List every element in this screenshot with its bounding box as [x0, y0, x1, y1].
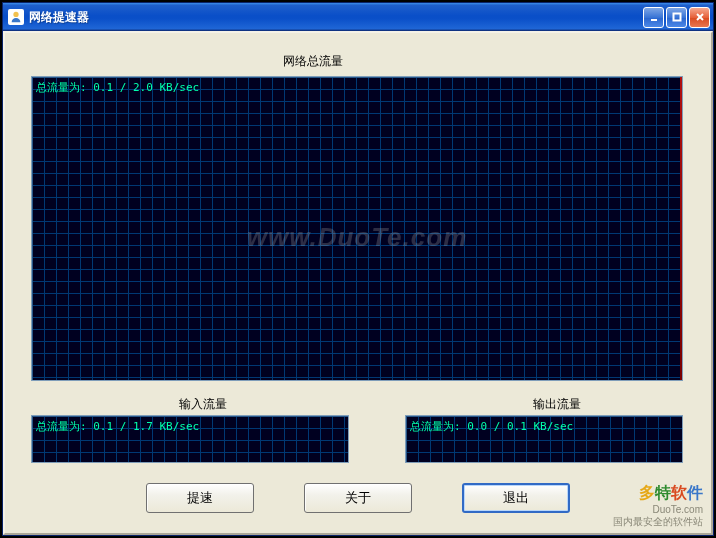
app-icon	[8, 9, 24, 25]
button-row: 提速 关于 退出	[5, 483, 711, 513]
client-area: 网络总流量 总流量为: 0.1 / 2.0 KB/sec www.DuoTe.c…	[3, 31, 713, 535]
maximize-button[interactable]	[666, 7, 687, 28]
titlebar[interactable]: 网络提速器	[3, 3, 713, 31]
readout-input: 总流量为: 0.1 / 1.7 KB/sec	[36, 419, 199, 434]
window-controls	[643, 7, 710, 28]
readout-total: 总流量为: 0.1 / 2.0 KB/sec	[36, 80, 199, 95]
label-input-traffic: 输入流量	[179, 396, 227, 413]
svg-point-0	[13, 12, 18, 17]
exit-button[interactable]: 退出	[462, 483, 570, 513]
brand-logo: 多特软件	[613, 483, 703, 504]
brand-tagline: 国内最安全的软件站	[613, 515, 703, 529]
graph-input-traffic: 总流量为: 0.1 / 1.7 KB/sec	[31, 415, 349, 463]
app-window: 网络提速器 网络总流量 总流量为: 0.1 / 2.0 KB/sec www.D…	[2, 2, 714, 536]
minimize-button[interactable]	[643, 7, 664, 28]
window-title: 网络提速器	[29, 9, 643, 26]
label-output-traffic: 输出流量	[533, 396, 581, 413]
about-button[interactable]: 关于	[304, 483, 412, 513]
graph-output-traffic: 总流量为: 0.0 / 0.1 KB/sec	[405, 415, 683, 463]
brand-watermark: 多特软件 DuoTe.com 国内最安全的软件站	[613, 483, 703, 529]
svg-rect-2	[673, 14, 680, 21]
watermark-text: www.DuoTe.com	[32, 222, 682, 253]
readout-output: 总流量为: 0.0 / 0.1 KB/sec	[410, 419, 573, 434]
speedup-button[interactable]: 提速	[146, 483, 254, 513]
graph-total-traffic: 总流量为: 0.1 / 2.0 KB/sec www.DuoTe.com	[31, 76, 683, 381]
close-button[interactable]	[689, 7, 710, 28]
brand-url: DuoTe.com	[613, 504, 703, 515]
label-total-traffic: 网络总流量	[283, 53, 343, 70]
